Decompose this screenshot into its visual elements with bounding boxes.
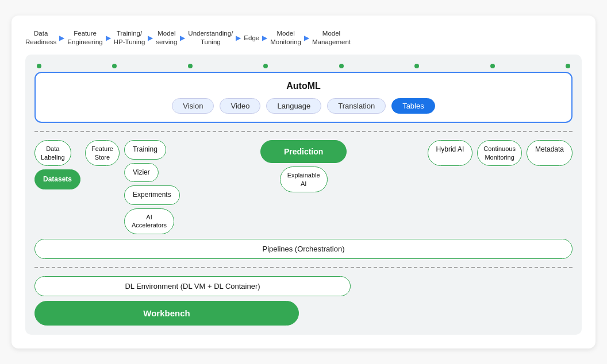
node-metadata: Metadata: [527, 140, 573, 166]
step-label-model-monitoring: Model Monitoring: [270, 29, 301, 47]
step-data-readiness: Data Readiness: [25, 29, 56, 47]
pill-video[interactable]: Video: [220, 98, 260, 114]
step-understanding: Understanding/ Tuning: [188, 29, 233, 47]
node-hybrid-ai: Hybrid AI: [428, 140, 473, 166]
dot-8: [566, 64, 570, 68]
step-label-training: Training/ HP-Tuning: [114, 29, 145, 47]
node-prediction: Prediction: [260, 140, 347, 163]
node-dl-environment: DL Environment (DL VM + DL Container): [34, 276, 351, 296]
arrow-icon-3: ▶: [148, 34, 153, 42]
main-container: Data Readiness ▶ Feature Engineering ▶ T…: [11, 16, 596, 348]
node-datasets: Datasets: [34, 169, 80, 190]
col-feature: Feature Store: [85, 140, 120, 166]
dot-5: [339, 64, 344, 68]
arrow-icon-2: ▶: [106, 34, 111, 42]
dot-2: [112, 64, 117, 68]
step-label-data-readiness: Data Readiness: [25, 29, 56, 47]
step-edge: Edge: [244, 34, 259, 42]
node-ai-accelerators: AI Accelerators: [124, 208, 174, 234]
dot-4: [263, 64, 268, 68]
dot-6: [414, 64, 419, 68]
node-workbench: Workbench: [34, 301, 299, 326]
node-experiments: Experiments: [124, 185, 180, 205]
right-top-row: Hybrid AI Continuous Monitoring Metadata: [428, 140, 573, 166]
step-model-serving: Model serving: [156, 29, 177, 47]
dl-env-wrap: DL Environment (DL VM + DL Container): [34, 276, 573, 296]
node-explainable-ai: Explainable AI: [280, 166, 328, 192]
automl-pills: Vision Video Language Translation Tables: [47, 98, 560, 114]
node-continuous-monitoring: Continuous Monitoring: [477, 140, 522, 166]
dashed-divider-2: [34, 267, 573, 268]
dot-7: [490, 64, 495, 68]
node-feature-store: Feature Store: [85, 140, 120, 166]
main-nodes-row: Data Labeling Datasets Feature Store Tra…: [34, 140, 573, 234]
dot-row: [34, 64, 573, 68]
step-model-monitoring: Model Monitoring: [270, 29, 301, 47]
step-training: Training/ HP-Tuning: [114, 29, 145, 47]
automl-box: AutoML Vision Video Language Translation…: [34, 72, 573, 123]
col-training: Training Vizier Experiments AI Accelerat…: [124, 140, 180, 234]
node-data-labeling: Data Labeling: [34, 140, 71, 166]
step-label-edge: Edge: [244, 34, 259, 42]
step-label-understanding: Understanding/ Tuning: [188, 29, 233, 47]
dot-3: [188, 64, 193, 68]
arrow-icon-7: ▶: [304, 34, 309, 42]
workbench-wrap: Workbench: [34, 301, 573, 326]
dot-1: [37, 64, 41, 68]
col-prediction: Prediction Explainable AI: [185, 140, 423, 192]
pipelines-bar-wrap: Pipelines (Orchestration): [34, 239, 573, 259]
step-model-management: Model Management: [312, 29, 351, 47]
node-vizier: Vizier: [124, 163, 159, 183]
pill-translation[interactable]: Translation: [327, 98, 386, 114]
arrow-icon-5: ▶: [236, 34, 241, 42]
step-feature-engineering: Feature Engineering: [67, 29, 102, 47]
arrow-icon-6: ▶: [262, 34, 267, 42]
col-data: Data Labeling Datasets: [34, 140, 80, 189]
arrow-icon-1: ▶: [59, 34, 64, 42]
node-training: Training: [124, 140, 166, 160]
pipeline-header: Data Readiness ▶ Feature Engineering ▶ T…: [25, 29, 582, 47]
step-label-feature-engineering: Feature Engineering: [67, 29, 102, 47]
bottom-zone: DL Environment (DL VM + DL Container) Wo…: [34, 276, 573, 326]
diagram: AutoML Vision Video Language Translation…: [25, 55, 582, 334]
arrow-icon-4: ▶: [180, 34, 185, 42]
step-label-model-management: Model Management: [312, 29, 351, 47]
pill-tables[interactable]: Tables: [391, 98, 435, 114]
automl-title: AutoML: [47, 81, 560, 91]
step-label-model-serving: Model serving: [156, 29, 177, 47]
col-right: Hybrid AI Continuous Monitoring Metadata: [428, 140, 573, 166]
dashed-divider-1: [34, 131, 573, 132]
pill-vision[interactable]: Vision: [172, 98, 214, 114]
node-pipelines: Pipelines (Orchestration): [34, 239, 573, 259]
pill-language[interactable]: Language: [266, 98, 321, 114]
